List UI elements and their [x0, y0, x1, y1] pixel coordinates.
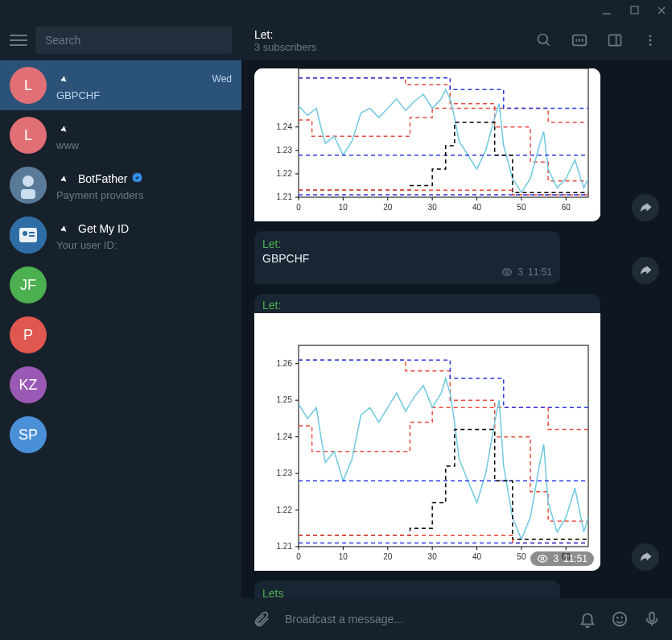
chat-row-title: BotFather	[56, 170, 143, 188]
chat-row[interactable]: JF	[0, 260, 241, 310]
window-titlebar	[0, 0, 672, 20]
message: Let:01020304050601.211.221.231.241.251.2…	[254, 294, 659, 571]
chat-subtitle: 3 subscribers	[254, 41, 316, 53]
chat-row-preview: www	[56, 139, 232, 151]
message: Let:GBPCHF311:51	[254, 231, 659, 284]
svg-rect-78	[649, 613, 654, 621]
chat-row[interactable]: Lwww	[0, 110, 241, 160]
chat-title[interactable]: Let:	[254, 28, 316, 41]
chart-image: 01020304050601.211.221.231.24	[254, 68, 600, 221]
menu-button[interactable]	[10, 35, 27, 46]
chat-row[interactable]: BotFather Payment providers	[0, 160, 241, 210]
svg-text:20: 20	[383, 552, 393, 561]
chat-header: Let: 3 subscribers	[241, 20, 672, 60]
forward-button[interactable]	[632, 257, 659, 284]
megaphone-icon	[56, 120, 76, 138]
chat-row[interactable]: Get My IDYour user ID:	[0, 210, 241, 260]
more-icon[interactable]	[641, 31, 659, 49]
svg-rect-6	[21, 189, 35, 199]
chat-row-title: Get My ID	[56, 220, 129, 237]
svg-rect-20	[254, 68, 600, 221]
message-text: GBPCHF	[262, 252, 552, 265]
megaphone-icon	[56, 220, 76, 237]
window-close[interactable]	[656, 5, 667, 16]
svg-point-77	[621, 617, 622, 618]
megaphone-icon	[56, 170, 76, 188]
sidebar: LWedGBPCHFLwwwBotFather Payment provider…	[0, 20, 241, 640]
svg-text:30: 30	[428, 552, 438, 561]
mic-icon[interactable]	[643, 610, 661, 628]
svg-rect-11	[29, 235, 35, 237]
search-field[interactable]	[35, 27, 232, 54]
svg-point-73	[542, 557, 545, 560]
chat-row-title	[56, 120, 78, 138]
message-bubble[interactable]: Let:GBPCHF311:51	[254, 231, 560, 284]
svg-text:50: 50	[517, 203, 526, 212]
svg-text:1.21: 1.21	[277, 192, 293, 201]
avatar: SP	[10, 416, 47, 453]
svg-text:0: 0	[296, 203, 301, 212]
svg-text:0: 0	[296, 552, 301, 561]
avatar: L	[10, 117, 47, 154]
svg-point-76	[617, 617, 618, 618]
chat-row-title	[56, 70, 78, 88]
chat-row[interactable]: KZ	[0, 360, 241, 410]
attach-icon[interactable]	[253, 610, 270, 628]
svg-line-13	[546, 43, 550, 46]
message-sender: Let:	[254, 294, 600, 312]
svg-text:30: 30	[428, 203, 438, 212]
message-list: 01020304050601.211.221.231.24Let:GBPCHF3…	[241, 60, 672, 598]
eye-icon	[501, 266, 513, 278]
svg-text:1.21: 1.21	[277, 542, 293, 551]
forward-button[interactable]	[632, 194, 659, 221]
eye-icon	[537, 553, 548, 564]
chat-row[interactable]: P	[0, 310, 241, 360]
svg-text:40: 40	[472, 203, 482, 212]
svg-text:1.23: 1.23	[277, 146, 293, 155]
svg-text:20: 20	[383, 203, 393, 212]
svg-point-5	[23, 175, 34, 187]
chat-row-date: Wed	[212, 73, 232, 85]
svg-point-9	[23, 231, 27, 236]
svg-point-19	[649, 43, 652, 46]
chat-row[interactable]: SP	[0, 410, 241, 460]
avatar	[10, 217, 47, 254]
window-minimize[interactable]	[601, 5, 612, 16]
chat-row-preview: Your user ID:	[56, 239, 232, 251]
chat-row-preview: Payment providers	[56, 189, 232, 201]
avatar: P	[10, 316, 47, 353]
composer-input[interactable]	[285, 613, 564, 626]
sidepanel-icon[interactable]	[606, 31, 624, 49]
chat-panel: Let: 3 subscribers 01020304050601.211.22…	[241, 20, 672, 640]
svg-point-17	[649, 35, 652, 37]
message-bubble[interactable]: LetsGBPCHF311:51	[254, 580, 560, 598]
message: LetsGBPCHF311:51	[254, 580, 659, 598]
notify-icon[interactable]	[579, 610, 596, 628]
svg-text:60: 60	[562, 203, 571, 212]
svg-text:1.24: 1.24	[277, 432, 293, 441]
emoji-icon[interactable]	[611, 610, 629, 628]
svg-point-75	[613, 613, 627, 626]
chat-row[interactable]: LWedGBPCHF	[0, 60, 241, 110]
avatar: KZ	[10, 366, 47, 403]
avatar: JF	[10, 266, 47, 303]
search-input[interactable]	[45, 34, 222, 47]
avatar: L	[10, 67, 47, 104]
svg-text:1.25: 1.25	[277, 395, 293, 404]
avatar	[10, 167, 47, 204]
forward-button[interactable]	[632, 543, 659, 571]
stream-icon[interactable]	[571, 31, 588, 49]
svg-rect-15	[609, 35, 621, 45]
message-meta: 311:51	[530, 551, 594, 566]
window-maximize[interactable]	[629, 5, 640, 16]
svg-point-18	[649, 39, 652, 42]
svg-text:10: 10	[339, 552, 348, 561]
message-image[interactable]: Let:01020304050601.211.221.231.241.251.2…	[254, 294, 600, 571]
svg-text:1.24: 1.24	[277, 122, 293, 131]
message-meta: 311:51	[262, 266, 552, 278]
verified-icon	[131, 171, 143, 186]
svg-text:1.22: 1.22	[277, 506, 293, 514]
message-sender: Let:	[262, 237, 552, 250]
search-icon[interactable]	[535, 31, 553, 49]
message-image[interactable]: 01020304050601.211.221.231.24	[254, 68, 600, 221]
